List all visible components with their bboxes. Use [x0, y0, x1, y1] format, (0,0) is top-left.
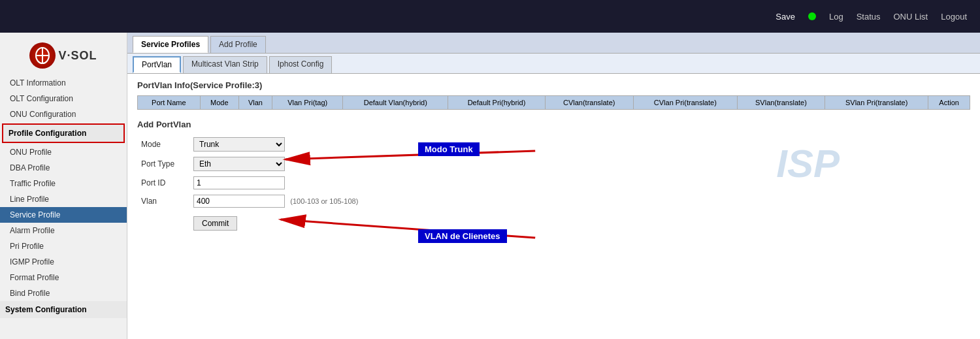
tab-service-profiles[interactable]: Service Profiles: [133, 36, 208, 53]
sub-tab-iphost-config[interactable]: Iphost Config: [269, 56, 333, 73]
onu-list-link[interactable]: ONU List: [894, 12, 928, 22]
vlan-input[interactable]: [193, 195, 285, 208]
main-layout: V·SOL OLT Information OLT Configuration …: [0, 33, 980, 339]
save-button[interactable]: Save: [776, 12, 795, 22]
main-content: Service Profiles Add Profile PortVlan Mu…: [127, 33, 980, 339]
sub-tab-multicast-vlan-strip[interactable]: Multicast Vlan Strip: [183, 56, 267, 73]
mode-label: Mode: [137, 135, 189, 154]
portvlan-table: Port Name Mode Vlan Vlan Pri(tag) Defaul…: [137, 95, 970, 110]
col-mode: Mode: [200, 96, 238, 110]
annotation-vlan: VLAN de Clienetes: [418, 229, 507, 243]
sub-tab-bar: PortVlan Multicast Vlan Strip Iphost Con…: [127, 54, 980, 74]
section-title: PortVlan Info(Service Profile:3): [137, 80, 970, 90]
sidebar-item-olt-configuration[interactable]: OLT Configuration: [0, 91, 127, 106]
sidebar-item-traffic-profile[interactable]: Traffic Profile: [0, 176, 127, 191]
sidebar-item-onu-configuration[interactable]: ONU Configuration: [0, 106, 127, 122]
sidebar-item-dba-profile[interactable]: DBA Profile: [0, 160, 127, 176]
port-id-label: Port ID: [137, 174, 189, 192]
col-port-name: Port Name: [138, 96, 201, 110]
content-area: PortVlan Info(Service Profile:3) Port Na…: [127, 74, 980, 285]
add-portvlan-title: Add PortVlan: [137, 120, 970, 129]
sidebar-item-line-profile[interactable]: Line Profile: [0, 191, 127, 207]
watermark-isp: ISP: [776, 141, 840, 186]
sidebar-item-service-profile[interactable]: Service Profile: [0, 207, 127, 223]
col-cvlan-pri-translate: CVlan Pri(translate): [633, 96, 737, 110]
col-svlan-pri-translate: SVlan Pri(translate): [825, 96, 928, 110]
annotation-trunk: Modo Trunk: [418, 142, 480, 156]
sidebar-item-pri-profile[interactable]: Pri Profile: [0, 238, 127, 254]
col-vlan: Vlan: [238, 96, 272, 110]
logo-icon: [29, 42, 56, 69]
col-vlan-pri-tag: Vlan Pri(tag): [272, 96, 343, 110]
port-type-select[interactable]: Eth VEIP: [193, 157, 285, 171]
col-action: Action: [928, 96, 970, 110]
system-configuration-title[interactable]: System Configuration: [0, 301, 127, 318]
sidebar-item-igmp-profile[interactable]: IGMP Profile: [0, 254, 127, 270]
tab-add-profile[interactable]: Add Profile: [210, 36, 266, 53]
col-svlan-translate: SVlan(translate): [737, 96, 825, 110]
sidebar-item-bind-profile[interactable]: Bind Profile: [0, 285, 127, 301]
sidebar-item-olt-information[interactable]: OLT Information: [0, 75, 127, 91]
sidebar: V·SOL OLT Information OLT Configuration …: [0, 33, 127, 339]
sidebar-item-alarm-profile[interactable]: Alarm Profile: [0, 223, 127, 238]
top-header: Save Log Status ONU List Logout: [0, 0, 980, 33]
annotation-container: ISP Mode Trunk Access Hybrid Translate: [137, 135, 970, 278]
status-indicator: [808, 12, 816, 20]
port-id-input[interactable]: [193, 176, 285, 189]
main-tab-bar: Service Profiles Add Profile: [127, 33, 980, 54]
sidebar-item-format-profile[interactable]: Format Profile: [0, 270, 127, 285]
commit-button[interactable]: Commit: [193, 216, 237, 231]
port-type-label: Port Type: [137, 154, 189, 174]
col-default-vlan-hybrid: Default Vlan(hybrid): [343, 96, 448, 110]
profile-configuration-title: Profile Configuration: [2, 123, 125, 143]
status-link[interactable]: Status: [857, 12, 881, 22]
log-link[interactable]: Log: [829, 12, 843, 22]
logo-text: V·SOL: [58, 49, 97, 63]
col-cvlan-translate: CVlan(translate): [545, 96, 633, 110]
col-default-pri-hybrid: Default Pri(hybrid): [448, 96, 545, 110]
sidebar-item-onu-profile[interactable]: ONU Profile: [0, 144, 127, 160]
vlan-hint: (100-103 or 105-108): [290, 197, 358, 205]
logout-link[interactable]: Logout: [941, 12, 967, 22]
vlan-label: Vlan: [137, 192, 189, 210]
mode-select[interactable]: Trunk Access Hybrid Translate: [193, 137, 285, 152]
sub-tab-portvlan[interactable]: PortVlan: [133, 56, 181, 73]
add-portvlan-form: Mode Trunk Access Hybrid Translate Port …: [137, 135, 362, 233]
logo-area: V·SOL: [0, 36, 127, 75]
